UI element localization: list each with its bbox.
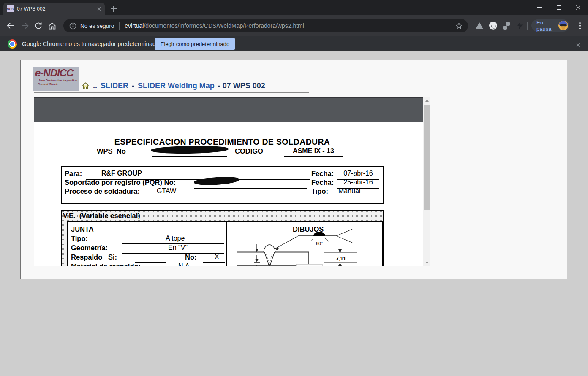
close-icon [576,5,581,10]
codigo-label: CODIGO [235,147,263,155]
fecha2-label: Fecha: [311,179,334,187]
extension-lightning-button[interactable] [514,15,525,36]
profile-badge[interactable]: En pausa [531,19,569,32]
ve-header: V.E. (Variable esencial) [63,212,140,220]
material-value: N.A [178,262,190,266]
tipo-underline [337,197,379,197]
url-host: evirtual [125,22,144,29]
browser-toolbar: No es seguro evirtual/documentos/Informe… [0,15,588,36]
address-bar[interactable]: No es seguro evirtual/documentos/Informe… [63,19,468,32]
pqr-label: Soportado por registro (PQR) No: [65,179,176,187]
tab-title: 07 WPS 002 [17,6,97,12]
thickness-dimension-label: 7,11 [336,255,346,262]
window-close-button[interactable] [569,0,588,15]
forward-arrow-icon [20,21,30,30]
url-text: evirtual/documentos/Informes/CDS/WeldMap… [125,22,304,29]
drive-triangle-icon [476,22,483,29]
infobar-message: Google Chrome no es tu navegador predete… [22,41,159,47]
browser-menu-button[interactable] [576,20,584,31]
info-icon[interactable] [69,22,76,30]
codigo-underline [284,156,343,157]
title-bar: NCS 07 WPS 002 [0,0,588,15]
document-viewer: ESPECIFICACION PROCEDIMIENTO DE SOLDADUR… [34,97,430,266]
home-button[interactable] [46,20,57,31]
ve-column-divider [226,222,227,266]
proceso-value: GTAW [157,187,176,195]
default-browser-infobar: Google Chrome no es tu navegador predete… [0,36,588,51]
respaldo-label: Respaldo Si: [71,253,117,261]
set-default-button[interactable]: Elegir como predeterminado [155,38,235,50]
extension-power-button[interactable] [487,15,498,36]
geometria-value: En "V" [168,244,188,252]
junta-label: JUNTA [71,225,94,233]
bookmark-button[interactable] [455,22,463,32]
pqr-underline [194,188,307,189]
endicc-logo: e-NDICC Non Destructive Inspection Contr… [33,67,79,91]
wps-no-label: WPS No [97,147,126,155]
breadcrumb-link-welding-map[interactable]: SLIDER Welding Map [138,81,215,90]
document-title: ESPECIFICACION PROCEDIMIENTO DE SOLDADUR… [74,137,370,147]
maximize-icon [557,5,561,10]
back-arrow-icon [6,21,15,30]
logo-subtitle-2: Control Check [38,82,77,86]
infobar-close-button[interactable] [576,41,580,49]
home-icon [48,22,57,30]
respaldo-no-underline [203,262,225,263]
power-icon [489,22,497,30]
geometria-label: Geometría: [71,244,108,252]
tipo-label: Tipo: [311,187,328,195]
profile-status-label: En pausa [536,19,558,32]
tab-close-button[interactable] [97,5,101,13]
wps-no-underline [152,156,227,157]
wps-document: ESPECIFICACION PROCEDIMIENTO DE SOLDADUR… [34,122,423,266]
breadcrumb-link-slider[interactable]: SLIDER [101,81,128,90]
url-path: /documentos/Informes/CDS/WeldMap/Perfora… [144,22,304,29]
page-viewport: e-NDICC Non Destructive Inspection Contr… [0,51,588,376]
proceso-underline [147,197,305,197]
breadcrumb-current: - 07 WPS 002 [218,81,265,90]
reload-icon [34,22,43,30]
browser-tab[interactable]: NCS 07 WPS 002 [3,3,105,15]
weld-joint-drawing: 60° [231,222,383,266]
tab-favicon: NCS [7,5,14,12]
ve-inner-box: JUNTA Tipo: A tope Geometría: En "V" Res… [67,221,383,266]
avatar [558,21,568,30]
maximize-button[interactable] [549,0,569,15]
fecha1-value: 07-abr-16 [337,170,379,177]
toolbar-divider [527,22,528,30]
scrollbar-thumb[interactable] [424,105,430,210]
extension-drive-button[interactable] [474,15,485,36]
forward-button[interactable] [19,20,30,31]
para-label: Para: [65,170,82,178]
fecha2-value: 25-abr-16 [337,179,379,186]
reload-button[interactable] [33,20,44,31]
extension-squares-button[interactable] [501,15,512,36]
weld-angle-label: 60° [316,241,323,246]
page-card: e-NDICC Non Destructive Inspection Contr… [20,60,567,279]
respaldo-no-label: No: [185,253,197,261]
junta-tipo-label: Tipo: [71,235,88,243]
breadcrumb-dots: .. [93,81,97,90]
new-tab-button[interactable] [109,4,118,14]
star-icon [455,22,463,30]
ve-section: V.E. (Variable esencial) JUNTA Tipo: A t… [61,210,384,266]
tipo-value: Manual [338,187,360,195]
back-button[interactable] [5,20,16,31]
close-icon [97,7,101,11]
viewer-scrollbar[interactable] [423,97,430,266]
home-link-icon[interactable] [82,82,90,90]
info-box: Para: R&F GROUP Fecha: 07-abr-16 Soporta… [61,166,384,204]
lightning-icon [517,22,523,30]
viewer-toolbar [34,97,423,122]
chrome-logo-icon [8,39,17,49]
respaldo-no-value: X [215,253,219,261]
plus-icon [111,6,117,12]
proceso-label: Proceso de soldadura: [65,187,140,195]
fecha1-label: Fecha: [311,170,334,178]
logo-title: e-NDICC [35,68,77,78]
scroll-down-button[interactable] [423,259,430,266]
minimize-button[interactable] [530,0,549,15]
breadcrumb-rule [34,92,309,93]
scroll-up-button[interactable] [423,97,430,104]
pqr-redaction [194,176,240,186]
